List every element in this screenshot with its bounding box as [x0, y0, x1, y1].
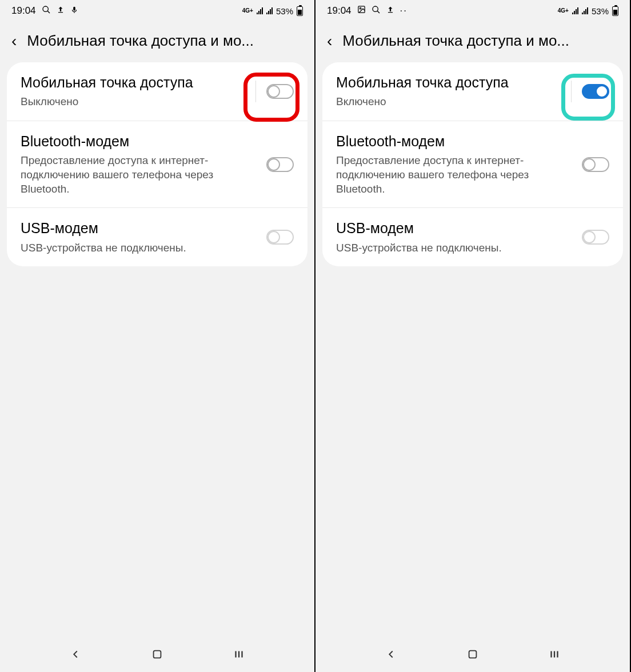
search-icon	[372, 5, 381, 17]
svg-rect-5	[154, 651, 161, 658]
settings-card: Мобильная точка доступа Включено Bluetoo…	[322, 62, 623, 266]
status-bar: 19:04 4G+ 53%	[0, 0, 314, 22]
svg-rect-13	[388, 12, 392, 13]
more-icon: ··	[400, 5, 408, 17]
page-header: ‹ Мобильная точка доступа и мо...	[316, 22, 630, 62]
nav-home-icon[interactable]	[151, 648, 163, 663]
battery-icon	[297, 6, 303, 16]
signal-icon	[257, 7, 263, 14]
svg-rect-2	[58, 12, 62, 13]
usb-toggle	[266, 230, 294, 245]
mic-icon	[70, 5, 78, 17]
nav-back-icon[interactable]	[69, 648, 82, 663]
row-usb: USB-модем USB-устройства не подключены.	[322, 208, 623, 266]
network-type: 4G+	[558, 9, 569, 13]
svg-point-11	[373, 6, 378, 11]
upload-icon	[57, 5, 65, 17]
back-icon[interactable]: ‹	[11, 33, 17, 49]
bluetooth-subtitle: Предоставление доступа к интернет-подклю…	[336, 154, 575, 196]
usb-title: USB-модем	[21, 219, 259, 237]
usb-subtitle: USB-устройства не подключены.	[21, 241, 259, 255]
nav-home-icon[interactable]	[466, 648, 479, 663]
divider	[255, 81, 256, 102]
row-usb: USB-модем USB-устройства не подключены.	[7, 208, 307, 266]
phone-left: 19:04 4G+ 53% ‹ Мобильная точка доступа …	[0, 0, 316, 672]
image-icon	[357, 5, 366, 17]
signal-icon-2	[582, 7, 588, 14]
row-bluetooth[interactable]: Bluetooth-модем Предоставление доступа к…	[7, 121, 307, 208]
svg-line-1	[47, 11, 50, 13]
status-time: 19:04	[11, 5, 36, 17]
battery-percent: 53%	[276, 6, 293, 16]
search-icon	[42, 5, 51, 17]
hotspot-title: Мобильная точка доступа	[336, 74, 564, 91]
row-bluetooth[interactable]: Bluetooth-модем Предоставление доступа к…	[322, 121, 623, 208]
hotspot-subtitle: Выключено	[21, 95, 249, 109]
usb-title: USB-модем	[336, 219, 575, 237]
battery-percent: 53%	[592, 6, 609, 16]
signal-icon	[572, 7, 578, 14]
row-hotspot[interactable]: Мобильная точка доступа Выключено	[7, 62, 307, 121]
bluetooth-title: Bluetooth-модем	[21, 133, 259, 150]
status-bar: 19:04 ·· 4G+ 53%	[316, 0, 630, 22]
nav-recents-icon[interactable]	[548, 648, 561, 663]
hotspot-subtitle: Включено	[336, 95, 564, 109]
phone-right: 19:04 ·· 4G+ 53% ‹ Мобильная точка досту…	[316, 0, 631, 672]
signal-icon-2	[266, 7, 273, 14]
hotspot-toggle[interactable]	[266, 84, 294, 99]
row-hotspot[interactable]: Мобильная точка доступа Включено	[322, 62, 623, 121]
svg-rect-14	[469, 651, 477, 658]
svg-line-12	[377, 11, 380, 13]
svg-point-10	[360, 7, 361, 9]
usb-toggle	[582, 230, 609, 245]
back-icon[interactable]: ‹	[327, 33, 332, 49]
nav-bar	[316, 639, 630, 672]
page-title: Мобильная точка доступа и мо...	[27, 32, 303, 50]
nav-back-icon[interactable]	[385, 648, 397, 663]
page-header: ‹ Мобильная точка доступа и мо...	[0, 22, 314, 62]
bluetooth-subtitle: Предоставление доступа к интернет-подклю…	[21, 154, 259, 196]
status-time: 19:04	[327, 5, 352, 17]
hotspot-title: Мобильная точка доступа	[21, 74, 249, 91]
svg-rect-3	[73, 7, 75, 11]
network-type: 4G+	[242, 9, 253, 13]
bluetooth-toggle[interactable]	[266, 157, 294, 172]
nav-bar	[0, 639, 314, 672]
settings-card: Мобильная точка доступа Выключено Blueto…	[7, 62, 307, 266]
svg-point-0	[43, 6, 48, 11]
bluetooth-toggle[interactable]	[582, 157, 609, 172]
divider	[571, 81, 572, 102]
bluetooth-title: Bluetooth-модем	[336, 133, 575, 150]
hotspot-toggle[interactable]	[582, 84, 609, 99]
upload-icon	[386, 5, 394, 17]
battery-icon	[612, 6, 618, 16]
usb-subtitle: USB-устройства не подключены.	[336, 241, 575, 255]
nav-recents-icon[interactable]	[233, 648, 245, 663]
page-title: Мобильная точка доступа и мо...	[342, 32, 618, 50]
